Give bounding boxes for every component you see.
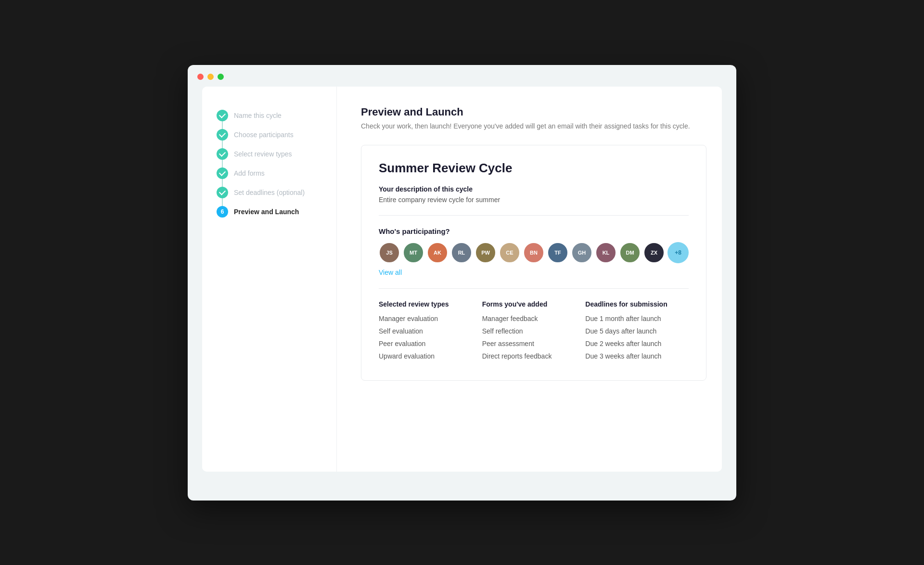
step-label-add-forms: Add forms <box>234 167 265 179</box>
page-title: Preview and Launch <box>361 106 706 118</box>
avatar: ZX <box>643 242 665 263</box>
description-value: Entire company review cycle for summer <box>379 196 689 204</box>
step-label-set-deadlines: Set deadlines (optional) <box>234 187 305 198</box>
preview-card: Summer Review Cycle Your description of … <box>361 145 706 381</box>
avatars-row: JSMTAKRLPWCEBNTFGHKLDMZX+8 <box>379 242 689 263</box>
divider-2 <box>379 288 689 289</box>
avatar: GH <box>571 242 592 263</box>
maximize-button[interactable] <box>218 74 224 80</box>
review-type-item: Upward evaluation <box>379 352 482 360</box>
step-icon-select-review-types <box>217 148 228 160</box>
deadline-item: Due 1 month after launch <box>585 315 689 322</box>
step-label-select-review-types: Select review types <box>234 148 292 159</box>
step-icon-set-deadlines <box>217 187 228 198</box>
avatar: PW <box>475 242 496 263</box>
page-subtitle: Check your work, then launch! Everyone y… <box>361 121 706 131</box>
cycle-name: Summer Review Cycle <box>379 161 689 176</box>
app-window: Name this cycleChoose participantsSelect… <box>188 65 736 501</box>
review-table: Selected review types Manager evaluation… <box>379 300 689 365</box>
steps-list: Name this cycleChoose participantsSelect… <box>217 106 327 221</box>
avatar: BN <box>523 242 544 263</box>
form-item: Manager feedback <box>482 315 586 322</box>
forms-col: Forms you've added Manager feedbackSelf … <box>482 300 586 365</box>
avatar: RL <box>451 242 472 263</box>
titlebar <box>188 65 736 87</box>
review-types-header: Selected review types <box>379 300 482 308</box>
review-type-item: Self evaluation <box>379 327 482 335</box>
deadline-item: Due 5 days after launch <box>585 327 689 335</box>
participants-section: Who's participating? JSMTAKRLPWCEBNTFGHK… <box>379 227 689 277</box>
review-type-item: Peer evaluation <box>379 340 482 347</box>
avatar: MT <box>403 242 424 263</box>
step-item-select-review-types[interactable]: Select review types <box>217 144 327 164</box>
deadline-item: Due 2 weeks after launch <box>585 340 689 347</box>
step-item-choose-participants[interactable]: Choose participants <box>217 125 327 144</box>
deadlines-header: Deadlines for submission <box>585 300 689 308</box>
close-button[interactable] <box>197 74 204 80</box>
divider-1 <box>379 215 689 216</box>
forms-header: Forms you've added <box>482 300 586 308</box>
form-item: Direct reports feedback <box>482 352 586 360</box>
review-types-col: Selected review types Manager evaluation… <box>379 300 482 365</box>
avatar: CE <box>499 242 520 263</box>
avatar: DM <box>619 242 641 263</box>
deadline-item: Due 3 weeks after launch <box>585 352 689 360</box>
step-icon-preview-launch: 6 <box>217 206 228 218</box>
avatar: AK <box>427 242 448 263</box>
description-label: Your description of this cycle <box>379 185 689 193</box>
step-label-preview-launch: Preview and Launch <box>234 206 299 217</box>
step-item-add-forms[interactable]: Add forms <box>217 164 327 183</box>
step-label-name-cycle: Name this cycle <box>234 110 282 121</box>
step-item-set-deadlines[interactable]: Set deadlines (optional) <box>217 183 327 202</box>
step-label-choose-participants: Choose participants <box>234 129 294 140</box>
window-body: Name this cycleChoose participantsSelect… <box>202 87 722 472</box>
main-content: Preview and Launch Check your work, then… <box>337 87 722 472</box>
avatar-more-badge[interactable]: +8 <box>667 242 689 263</box>
step-icon-add-forms <box>217 167 228 179</box>
avatar: TF <box>547 242 568 263</box>
step-item-preview-launch: 6Preview and Launch <box>217 202 327 221</box>
avatar: JS <box>379 242 400 263</box>
form-item: Self reflection <box>482 327 586 335</box>
view-all-link[interactable]: View all <box>379 269 402 276</box>
form-item: Peer assessment <box>482 340 586 347</box>
minimize-button[interactable] <box>207 74 214 80</box>
review-type-item: Manager evaluation <box>379 315 482 322</box>
description-section: Your description of this cycle Entire co… <box>379 185 689 204</box>
step-icon-name-cycle <box>217 110 228 121</box>
step-icon-choose-participants <box>217 129 228 141</box>
participants-heading: Who's participating? <box>379 227 689 235</box>
sidebar: Name this cycleChoose participantsSelect… <box>202 87 337 472</box>
deadlines-col: Deadlines for submission Due 1 month aft… <box>585 300 689 365</box>
avatar: KL <box>595 242 616 263</box>
step-item-name-cycle[interactable]: Name this cycle <box>217 106 327 125</box>
